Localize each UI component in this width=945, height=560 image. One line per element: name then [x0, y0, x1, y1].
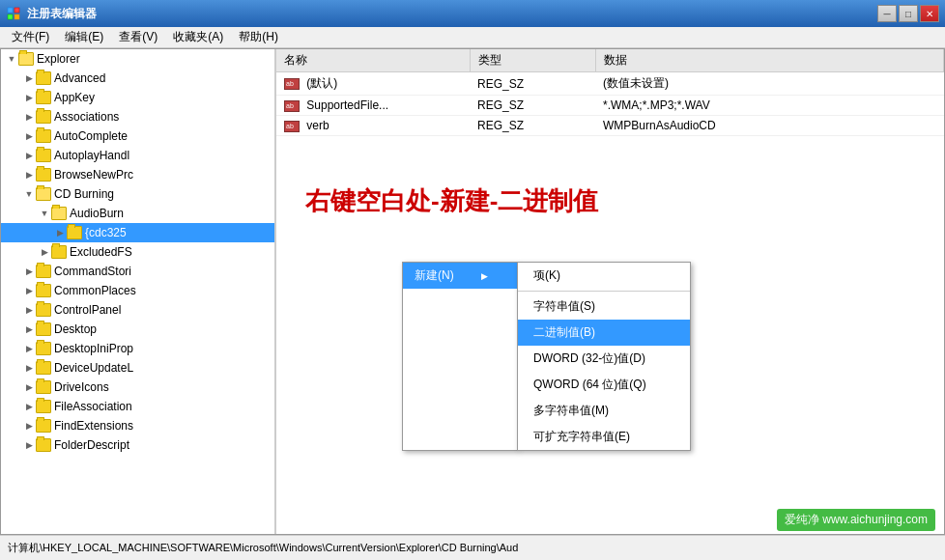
folder-icon-commonplaces	[36, 284, 51, 297]
watermark: 爱纯净 www.aichunjing.com	[777, 509, 935, 531]
folder-icon-autoplayhandl	[36, 149, 51, 162]
tree-item-explorer[interactable]: ▼ Explorer	[1, 49, 274, 69]
folder-icon-fileassociation	[36, 400, 51, 413]
tree-item-desktop[interactable]: ▶ Desktop	[1, 320, 274, 339]
tree-item-controlpanel[interactable]: ▶ ControlPanel	[1, 300, 274, 320]
folder-icon-controlpanel	[36, 303, 51, 317]
tree-label-folderdescript: FolderDescript	[54, 438, 129, 452]
tree-item-cdc325[interactable]: ▶ {cdc325	[1, 223, 274, 242]
folder-icon-browsenewprc	[36, 168, 51, 182]
tree-item-commandstori[interactable]: ▶ CommandStori	[1, 262, 274, 281]
submenu-item-binary[interactable]: 二进制值(B)	[518, 320, 690, 346]
watermark-text: 爱纯净 www.aichunjing.com	[785, 513, 928, 526]
expand-icon-appkey: ▶	[22, 91, 36, 104]
col-header-type[interactable]: 类型	[470, 49, 595, 72]
row1-name: (默认)	[306, 76, 337, 90]
context-menu-new-label: 新建(N)	[415, 267, 454, 284]
expand-icon-autoplayhandl: ▶	[22, 149, 36, 162]
tree-item-excludedfs[interactable]: ▶ ExcludedFS	[1, 242, 274, 262]
menu-help[interactable]: 帮助(H)	[231, 27, 286, 47]
minimize-button[interactable]: ─	[877, 5, 897, 22]
row2-name: SupportedFile...	[306, 98, 388, 112]
row2-data: *.WMA;*.MP3;*.WAV	[595, 96, 944, 116]
menu-bar: 文件(F) 编辑(E) 查看(V) 收藏夹(A) 帮助(H)	[0, 27, 945, 48]
tree-item-driveicons[interactable]: ▶ DriveIcons	[1, 378, 274, 397]
folder-icon-driveicons	[36, 380, 51, 394]
window-title: 注册表编辑器	[27, 6, 877, 22]
table-row[interactable]: (默认) REG_SZ (数值未设置)	[276, 72, 944, 96]
submenu-binary-label: 二进制值(B)	[533, 324, 595, 341]
expand-icon-commonplaces: ▶	[22, 284, 36, 297]
row1-type: REG_SZ	[470, 72, 595, 96]
submenu-item-key[interactable]: 项(K)	[518, 263, 690, 289]
row2-type: REG_SZ	[470, 96, 595, 116]
tree-label-findextensions: FindExtensions	[54, 419, 133, 433]
folder-icon-cdburning	[36, 187, 51, 201]
submenu-item-expandstring[interactable]: 可扩充字符串值(E)	[518, 424, 690, 450]
expand-icon-explorer: ▼	[5, 52, 18, 66]
submenu-item-string[interactable]: 字符串值(S)	[518, 294, 690, 320]
expand-icon-commandstori: ▶	[22, 265, 36, 278]
folder-icon-associations	[36, 110, 51, 124]
submenu-item-qword[interactable]: QWORD (64 位)值(Q)	[518, 372, 690, 398]
tree-label-autocomplete: AutoComplete	[54, 129, 128, 143]
menu-view[interactable]: 查看(V)	[111, 27, 165, 47]
tree-label-browsenewprc: BrowseNewPrc	[54, 168, 133, 182]
reg-sz-icon	[284, 121, 300, 132]
tree-scroll-area[interactable]: ▼ Explorer ▶ Advanced ▶ AppKey ▶ Associa…	[1, 49, 274, 534]
submenu-qword-label: QWORD (64 位)值(Q)	[533, 377, 646, 393]
folder-icon-findextensions	[36, 419, 51, 433]
submenu-key-label: 项(K)	[533, 267, 560, 284]
tree-item-audioburn[interactable]: ▼ AudioBurn	[1, 204, 274, 223]
menu-file[interactable]: 文件(F)	[4, 27, 57, 47]
expand-icon-desktopiniprop: ▶	[22, 342, 36, 355]
registry-table: 名称 类型 数据 (默认) REG_SZ (数值未设置)	[276, 49, 944, 136]
table-row[interactable]: verb REG_SZ WMPBurnAsAudioCD	[276, 116, 944, 136]
submenu-multistring-label: 多字符串值(M)	[533, 403, 609, 419]
folder-icon-excludedfs	[51, 245, 67, 259]
col-header-data[interactable]: 数据	[595, 49, 944, 72]
menu-favorites[interactable]: 收藏夹(A)	[165, 27, 231, 47]
tree-item-autocomplete[interactable]: ▶ AutoComplete	[1, 126, 274, 146]
tree-pane[interactable]: ▼ Explorer ▶ Advanced ▶ AppKey ▶ Associa…	[1, 49, 276, 534]
tree-item-associations[interactable]: ▶ Associations	[1, 107, 274, 126]
folder-icon-desktop	[36, 322, 51, 336]
table-cell-name: (默认)	[276, 72, 470, 96]
maximize-button[interactable]: □	[899, 5, 918, 22]
expand-icon-findextensions: ▶	[22, 419, 36, 433]
tree-item-autoplayhandl[interactable]: ▶ AutoplayHandl	[1, 146, 274, 165]
expand-icon-folderdescript: ▶	[22, 438, 36, 452]
tree-item-folderdescript[interactable]: ▶ FolderDescript	[1, 435, 274, 455]
expand-icon-autocomplete: ▶	[22, 129, 36, 143]
tree-item-desktopiniprop[interactable]: ▶ DesktopIniProp	[1, 339, 274, 358]
folder-icon-desktopiniprop	[36, 342, 51, 355]
tree-item-advanced[interactable]: ▶ Advanced	[1, 69, 274, 88]
tree-label-audioburn: AudioBurn	[70, 207, 124, 220]
submenu-item-multistring[interactable]: 多字符串值(M)	[518, 398, 690, 424]
context-menu-item-new[interactable]: 新建(N) ▶	[403, 263, 517, 289]
tree-label-excludedfs: ExcludedFS	[70, 245, 132, 259]
col-header-name[interactable]: 名称	[276, 49, 470, 72]
tree-label-appkey: AppKey	[54, 91, 95, 104]
tree-item-deviceupdatel[interactable]: ▶ DeviceUpdateL	[1, 358, 274, 378]
row3-data: WMPBurnAsAudioCD	[595, 116, 944, 136]
tree-item-fileassociation[interactable]: ▶ FileAssociation	[1, 397, 274, 416]
tree-label-autoplayhandl: AutoplayHandl	[54, 149, 129, 162]
table-row[interactable]: SupportedFile... REG_SZ *.WMA;*.MP3;*.WA…	[276, 96, 944, 116]
tree-item-findextensions[interactable]: ▶ FindExtensions	[1, 416, 274, 435]
tree-item-commonplaces[interactable]: ▶ CommonPlaces	[1, 281, 274, 300]
reg-sz-icon	[284, 100, 300, 112]
close-button[interactable]: ✕	[920, 5, 939, 22]
expand-icon-associations: ▶	[22, 110, 36, 124]
tree-label-explorer: Explorer	[37, 52, 80, 66]
title-bar: 注册表编辑器 ─ □ ✕	[0, 0, 945, 27]
tree-item-appkey[interactable]: ▶ AppKey	[1, 88, 274, 107]
tree-item-browsenewprc[interactable]: ▶ BrowseNewPrc	[1, 165, 274, 184]
context-menu-wrapper: 新建(N) ▶ 项(K) 字符串值(S) 二进制值(B) DWORD (32-位…	[402, 262, 691, 451]
submenu-expandstring-label: 可扩充字符串值(E)	[533, 429, 630, 445]
menu-edit[interactable]: 编辑(E)	[57, 27, 111, 47]
tree-item-cdburning[interactable]: ▼ CD Burning	[1, 184, 274, 204]
submenu-item-dword[interactable]: DWORD (32-位)值(D)	[518, 346, 690, 372]
expand-icon-cdburning: ▼	[22, 187, 36, 201]
folder-icon-cdc325	[67, 226, 82, 239]
